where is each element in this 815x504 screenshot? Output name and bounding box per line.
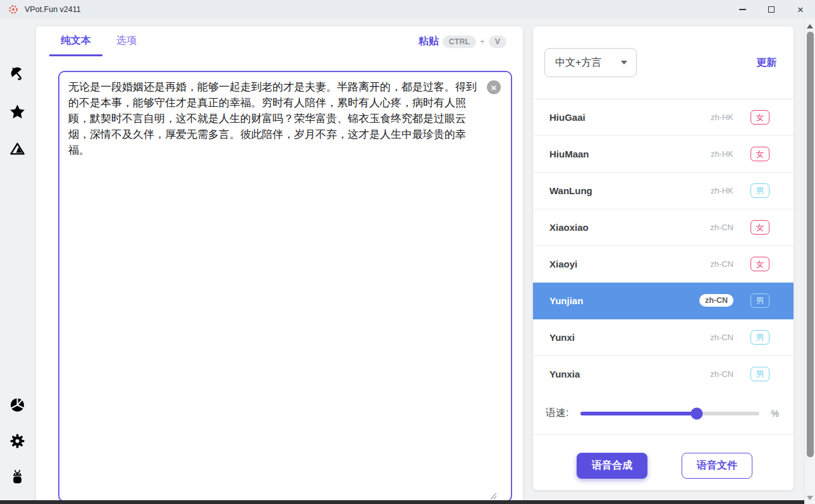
- sidebar-item-robot[interactable]: [8, 467, 27, 486]
- sidebar-item-mountain[interactable]: [8, 139, 27, 158]
- paste-shortcut-group: 粘贴 CTRL + V: [419, 27, 506, 56]
- left-icon-rail: [0, 19, 36, 500]
- voice-row-meta: zh-CN 男: [699, 293, 769, 308]
- voice-row-meta: zh-HK 男: [711, 183, 769, 198]
- minimize-button[interactable]: [728, 0, 757, 19]
- window-scrollbar[interactable]: [804, 19, 815, 504]
- voice-gender-badge: 女: [751, 147, 769, 161]
- voice-name: HiuGaai: [549, 112, 585, 123]
- titlebar: VPot.Fun v2411 ×: [0, 0, 815, 19]
- voice-locale-tag: zh-CN: [710, 369, 733, 379]
- voice-name: Yunjian: [549, 295, 583, 306]
- voice-gender-badge: 男: [751, 367, 769, 381]
- voice-name: Xiaoxiao: [549, 222, 589, 233]
- actions-section: 语音合成 语音文件: [533, 435, 794, 488]
- ctrl-key-hint: CTRL: [443, 35, 476, 48]
- voice-row[interactable]: Xiaoyi zh-CN 女: [533, 246, 794, 283]
- speed-unit-label: %: [771, 409, 778, 419]
- editor-tab-bar: 纯文本 选项 粘贴 CTRL + V: [36, 27, 523, 56]
- voice-panel: 中文+方言 更新 HiuGaai zh-HK 女 HiuMaan zh-HK 女…: [533, 27, 794, 490]
- resize-grip-icon[interactable]: [489, 492, 497, 500]
- aperture-icon: [9, 396, 26, 414]
- voice-gender-badge: 女: [751, 110, 769, 125]
- voice-row-meta: zh-HK 女: [711, 110, 769, 125]
- editor-panel: 纯文本 选项 粘贴 CTRL + V 无论是一段婚姻还是再婚，能够一起走到老的才…: [36, 27, 523, 504]
- language-filter-dropdown[interactable]: 中文+方言: [544, 48, 637, 77]
- voice-row[interactable]: Xiaoxiao zh-CN 女: [533, 209, 794, 246]
- sidebar-item-aperture[interactable]: [8, 395, 27, 414]
- paste-button[interactable]: 粘贴: [419, 35, 439, 48]
- clear-icon: ×: [491, 83, 497, 92]
- minimize-icon: [739, 9, 746, 9]
- window-title: VPot.Fun v2411: [25, 5, 81, 14]
- voice-row[interactable]: Yunxia zh-CN 男: [533, 356, 794, 392]
- maximize-button[interactable]: [757, 0, 786, 19]
- settings-gear-icon: [9, 433, 26, 450]
- voice-gender-badge: 男: [751, 183, 769, 198]
- voice-name: WanLung: [549, 185, 592, 196]
- voice-name: Yunxi: [549, 332, 575, 343]
- sidebar-item-settings[interactable]: [8, 431, 27, 450]
- scroll-up-arrow-icon[interactable]: [807, 24, 813, 28]
- sidebar-item-umbrella[interactable]: [8, 64, 27, 83]
- voice-locale-tag: zh-CN: [710, 223, 733, 232]
- star-icon: [9, 103, 26, 120]
- v-key-hint: V: [489, 35, 506, 48]
- speed-section: 语速: %: [533, 392, 794, 435]
- voice-locale-tag: zh-CN: [710, 333, 733, 342]
- voice-locale-tag: zh-HK: [711, 149, 733, 159]
- voice-gender-badge: 女: [751, 220, 769, 235]
- mountain-icon: [9, 140, 26, 157]
- scrollbar-thumb[interactable]: [807, 32, 814, 457]
- chevron-down-icon: [621, 61, 627, 65]
- voice-row[interactable]: Yunxi zh-CN 男: [533, 319, 794, 356]
- scroll-down-arrow-icon[interactable]: [807, 496, 813, 500]
- speed-slider-track[interactable]: [580, 412, 759, 415]
- speed-label: 语速:: [546, 407, 568, 420]
- taskbar-strip: [0, 500, 804, 504]
- voice-panel-header: 中文+方言 更新: [533, 27, 794, 99]
- voice-gender-badge: 男: [751, 330, 769, 345]
- refresh-voices-button[interactable]: 更新: [756, 56, 776, 70]
- voice-row-meta: zh-HK 女: [711, 147, 769, 161]
- app-logo-icon: [8, 4, 18, 15]
- voice-gender-badge: 男: [751, 293, 769, 308]
- clear-text-button[interactable]: ×: [487, 80, 501, 94]
- speed-slider-fill: [580, 412, 697, 415]
- plus-separator: +: [480, 37, 485, 46]
- voice-locale-tag: zh-CN: [710, 259, 733, 269]
- voice-locale-tag: zh-HK: [711, 186, 733, 195]
- speed-slider-thumb[interactable]: [691, 407, 703, 419]
- close-icon: ×: [797, 4, 804, 15]
- umbrella-icon: [9, 65, 26, 82]
- voice-row-meta: zh-CN 女: [710, 220, 769, 235]
- voice-row[interactable]: WanLung zh-HK 男: [533, 173, 794, 209]
- voice-row-meta: zh-CN 男: [710, 367, 769, 381]
- voice-list: HiuGaai zh-HK 女 HiuMaan zh-HK 女 WanLung …: [533, 99, 794, 392]
- tab-plain-text[interactable]: 纯文本: [49, 27, 102, 56]
- synthesize-speech-button[interactable]: 语音合成: [577, 453, 647, 479]
- robot-icon: [9, 469, 26, 486]
- speech-file-button[interactable]: 语音文件: [682, 453, 752, 479]
- voice-row-meta: zh-CN 男: [710, 330, 769, 345]
- voice-locale-tag: zh-HK: [711, 113, 733, 122]
- sidebar-item-favorites[interactable]: [8, 102, 27, 121]
- voice-name: Xiaoyi: [549, 259, 577, 269]
- voice-gender-badge: 女: [751, 257, 769, 271]
- tab-options[interactable]: 选项: [105, 27, 148, 56]
- text-input[interactable]: 无论是一段婚姻还是再婚，能够一起走到老的才是夫妻。半路离开的，都是过客。得到的不…: [58, 71, 512, 502]
- close-button[interactable]: ×: [786, 0, 815, 19]
- voice-row[interactable]: Yunjian zh-CN 男: [533, 283, 794, 319]
- voice-row[interactable]: HiuGaai zh-HK 女: [533, 99, 794, 136]
- language-filter-value: 中文+方言: [555, 56, 601, 70]
- voice-locale-tag: zh-CN: [699, 294, 733, 307]
- voice-row[interactable]: HiuMaan zh-HK 女: [533, 136, 794, 173]
- voice-name: Yunxia: [549, 369, 580, 379]
- voice-name: HiuMaan: [549, 149, 589, 159]
- voice-row-meta: zh-CN 女: [710, 257, 769, 271]
- maximize-icon: [768, 6, 775, 13]
